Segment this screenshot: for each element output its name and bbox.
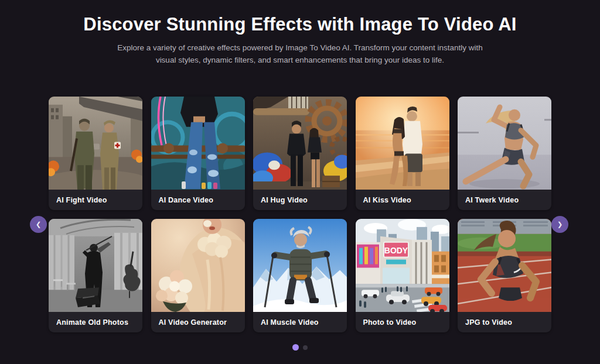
ai-twerk-scene-image xyxy=(458,97,551,190)
card-animate-old-photos[interactable]: Animate Old Photos xyxy=(49,219,142,332)
body-sign-text: BODY xyxy=(384,246,408,255)
chevron-right-icon: ❯ xyxy=(557,221,562,228)
effect-card-label: Animate Old Photos xyxy=(49,312,142,332)
effect-card-label: Photo to Video xyxy=(356,312,449,332)
jpg-to-video-scene-image xyxy=(458,219,551,312)
card-ai-fight-video[interactable]: AI Fight Video xyxy=(49,97,142,210)
page-subtitle: Explore a variety of creative effects po… xyxy=(0,42,600,66)
effect-card-label: AI Twerk Video xyxy=(458,190,551,210)
card-jpg-to-video[interactable]: JPG to Video xyxy=(458,219,551,332)
card-ai-video-generator[interactable]: AI Video Generator xyxy=(151,219,245,332)
subtitle-line-2: visual styles, dynamic filters, and smar… xyxy=(0,54,600,66)
carousel-prev-button[interactable]: ❮ xyxy=(30,216,47,233)
card-ai-kiss-video[interactable]: AI Kiss Video xyxy=(356,97,449,210)
page: Discover Stunning Effects with Image To … xyxy=(0,0,600,364)
effect-thumbnail xyxy=(253,97,347,190)
card-ai-twerk-video[interactable]: AI Twerk Video xyxy=(458,97,551,210)
effect-card-label: AI Muscle Video xyxy=(253,312,347,332)
chevron-left-icon: ❮ xyxy=(36,221,41,228)
effect-card-label: AI Hug Video xyxy=(253,190,347,210)
ai-hug-scene-image xyxy=(253,97,347,190)
effect-card-label: AI Video Generator xyxy=(151,312,245,332)
carousel-next-button[interactable]: ❯ xyxy=(551,216,568,233)
ai-kiss-scene-image xyxy=(356,97,449,190)
card-ai-hug-video[interactable]: AI Hug Video xyxy=(253,97,347,210)
effect-thumbnail xyxy=(49,97,142,190)
effects-grid: AI Fight Video xyxy=(49,97,551,332)
effect-thumbnail: BODY xyxy=(356,219,449,312)
ai-dance-scene-image xyxy=(151,97,245,190)
card-photo-to-video[interactable]: BODY xyxy=(356,219,449,332)
pagination-dot-active[interactable] xyxy=(292,344,299,351)
ai-fight-scene-image xyxy=(49,97,142,190)
subtitle-line-1: Explore a variety of creative effects po… xyxy=(0,42,600,54)
effect-thumbnail xyxy=(151,219,245,312)
pagination-dot[interactable] xyxy=(303,345,308,350)
effect-card-label: AI Kiss Video xyxy=(356,190,449,210)
effect-thumbnail xyxy=(151,97,245,190)
card-ai-dance-video[interactable]: AI Dance Video xyxy=(151,97,245,210)
effect-thumbnail xyxy=(458,97,551,190)
effect-card-label: AI Dance Video xyxy=(151,190,245,210)
effect-thumbnail xyxy=(458,219,551,312)
effect-thumbnail xyxy=(253,219,347,312)
ai-muscle-scene-image xyxy=(253,219,347,312)
effect-card-label: JPG to Video xyxy=(458,312,551,332)
old-photo-scene-image xyxy=(49,219,142,312)
effect-thumbnail xyxy=(356,97,449,190)
effect-card-label: AI Fight Video xyxy=(49,190,142,210)
effect-thumbnail xyxy=(49,219,142,312)
photo-to-video-scene-image: BODY xyxy=(356,219,449,312)
page-title: Discover Stunning Effects with Image To … xyxy=(0,0,600,35)
card-ai-muscle-video[interactable]: AI Muscle Video xyxy=(253,219,347,332)
video-generator-scene-image xyxy=(151,219,245,312)
carousel-pagination xyxy=(0,344,600,351)
